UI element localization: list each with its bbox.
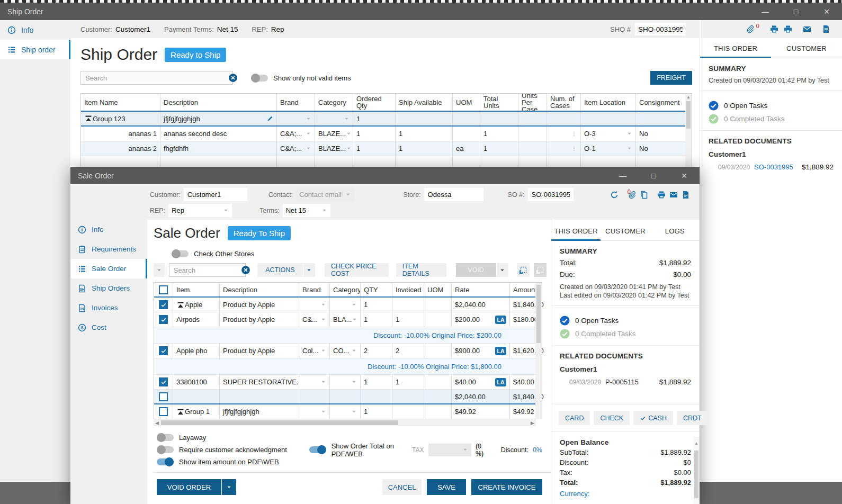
modal-minimize-icon[interactable]: — <box>607 167 638 184</box>
modal-customer-input[interactable] <box>184 188 247 201</box>
layout-icon[interactable] <box>534 263 547 277</box>
modal-sidebar-item-info[interactable]: Info <box>70 220 147 239</box>
dropdown-caret-icon[interactable] <box>320 348 326 354</box>
dropdown-caret-icon[interactable] <box>320 409 326 415</box>
modal-sidebar-item-cost[interactable]: $Cost <box>70 318 147 337</box>
actions-caret-icon[interactable] <box>303 263 315 277</box>
row-checkbox[interactable] <box>159 315 168 324</box>
email-icon[interactable] <box>803 25 811 33</box>
not-valid-items-toggle[interactable] <box>251 75 268 82</box>
maximize-icon[interactable]: □ <box>781 3 811 20</box>
row-checkbox[interactable] <box>159 346 168 355</box>
table-row[interactable]: ananas 1ananas second descC&A;...BLAZE..… <box>81 127 685 141</box>
dropdown-caret-icon[interactable] <box>320 379 326 385</box>
items-table-hscrollbar[interactable]: ◀▶ <box>154 419 536 426</box>
dropdown-caret-icon[interactable] <box>306 146 311 151</box>
attachment-icon[interactable] <box>746 25 754 33</box>
save-button[interactable]: SAVE <box>427 479 466 495</box>
dropdown-caret-icon[interactable] <box>346 146 352 151</box>
dropdown-caret-icon[interactable] <box>320 302 326 308</box>
modal-search-input[interactable] <box>169 263 246 277</box>
clear-search-icon[interactable] <box>228 73 238 83</box>
selection-icon[interactable] <box>517 263 530 277</box>
modal-store-input[interactable] <box>424 188 483 201</box>
item-row[interactable]: AppleProduct by Apple1$2,040.00$1,840.00 <box>154 298 535 312</box>
tab-this-order[interactable]: THIS ORDER <box>551 222 601 240</box>
modal-open-tasks-text[interactable]: 0 Open Tasks <box>575 317 619 325</box>
actions-button[interactable]: ACTIONS <box>257 263 303 277</box>
freight-button[interactable]: FREIGHT <box>650 71 692 85</box>
document-icon[interactable] <box>822 25 830 33</box>
tab-this-order[interactable]: THIS ORDER <box>700 39 771 58</box>
sidebar-item-info[interactable]: Info <box>0 20 70 40</box>
modal-related-doc-number[interactable]: P-0005115 <box>605 378 639 386</box>
modal-panel-scrollbar[interactable]: ▲ <box>693 437 700 504</box>
dropdown-caret-icon[interactable] <box>320 317 326 322</box>
modal-contact-select[interactable]: Contact email <box>296 188 354 201</box>
modal-close-icon[interactable]: ✕ <box>669 167 700 184</box>
modal-terms-select[interactable]: Net 15 <box>283 204 330 217</box>
dropdown-caret-icon[interactable] <box>351 348 357 354</box>
modal-sidebar-item-sale-order[interactable]: Sale Order <box>70 259 147 278</box>
modal-so-input[interactable] <box>528 188 574 201</box>
table-scrollbar[interactable]: ▲ <box>685 94 692 171</box>
row-checkbox[interactable] <box>159 300 168 309</box>
payment-button-cash[interactable]: CASH <box>633 411 673 425</box>
modal-completed-tasks-text[interactable]: 0 Completed Tasks <box>575 330 636 338</box>
item-row[interactable]: Apple phoProduct by AppleCol...CO...22$9… <box>154 344 535 358</box>
close-icon[interactable]: ✕ <box>811 3 842 20</box>
dropdown-caret-icon[interactable] <box>626 146 632 151</box>
layaway-toggle[interactable] <box>157 434 174 441</box>
modal-sidebar-item-ship-orders[interactable]: SHShip Orders <box>70 278 147 298</box>
dropdown-caret-icon[interactable] <box>306 116 311 122</box>
void-button[interactable]: VOID <box>456 263 496 277</box>
sidebar-item-ship-order[interactable]: Ship order <box>0 40 70 59</box>
dropdown-caret-icon[interactable] <box>351 379 357 385</box>
modal-clear-search-icon[interactable] <box>241 265 250 275</box>
collapse-all-icon[interactable] <box>154 263 165 277</box>
row-checkbox[interactable] <box>159 392 168 401</box>
tab-customer[interactable]: CUSTOMER <box>771 39 842 58</box>
refresh-icon[interactable] <box>610 191 619 199</box>
payment-button-check[interactable]: CHECK <box>594 411 630 425</box>
void-order-caret-icon[interactable] <box>221 479 236 495</box>
void-order-button[interactable]: VOID ORDER <box>157 479 221 495</box>
show-order-total-toggle[interactable] <box>309 446 326 453</box>
item-row[interactable]: $2,040.00$1,840.00 <box>154 390 535 404</box>
sho-number-input[interactable] <box>635 23 686 35</box>
item-row[interactable]: 33808100SUPER RESTORATIVE...11$40.00LA$4… <box>154 375 535 390</box>
dropdown-caret-icon[interactable] <box>351 302 357 308</box>
item-row[interactable]: Group 1jfjfgjfgjghjgh1$49.92$49.92 <box>154 404 535 419</box>
print-icon[interactable] <box>784 25 792 33</box>
currency-link[interactable]: Currency: <box>560 490 691 498</box>
modal-sidebar-item-invoices[interactable]: INInvoices <box>70 298 147 318</box>
void-caret-icon[interactable] <box>497 263 508 277</box>
discount-value[interactable]: 0% <box>533 446 542 454</box>
minimize-icon[interactable]: — <box>750 3 781 20</box>
modal-maximize-icon[interactable]: □ <box>638 167 669 184</box>
tax-select[interactable] <box>428 444 471 456</box>
item-row[interactable]: AirpodsProduct by AppleC&...BLA...11$200… <box>154 312 535 327</box>
dropdown-caret-icon[interactable] <box>306 131 311 137</box>
items-table-scrollbar[interactable] <box>535 283 542 419</box>
dropdown-caret-icon[interactable] <box>626 131 632 137</box>
show-item-amount-toggle[interactable] <box>157 458 174 465</box>
completed-tasks-text[interactable]: 0 Completed Tasks <box>724 115 785 123</box>
row-checkbox[interactable] <box>159 377 168 386</box>
require-acknowledgment-toggle[interactable] <box>157 446 174 453</box>
copy-icon[interactable] <box>640 191 648 199</box>
cancel-button[interactable]: CANCEL <box>382 479 422 495</box>
create-invoice-button[interactable]: CREATE INVOICE <box>471 479 542 495</box>
dropdown-caret-icon[interactable] <box>352 317 357 322</box>
row-checkbox[interactable] <box>159 407 168 416</box>
tab-logs[interactable]: LOGS <box>650 222 700 240</box>
dropdown-caret-icon[interactable] <box>346 131 352 137</box>
dropdown-caret-icon[interactable] <box>351 409 357 415</box>
select-all-checkbox[interactable] <box>159 285 168 294</box>
item-details-button[interactable]: ITEM DETAILS <box>396 263 446 277</box>
search-input[interactable] <box>80 71 233 85</box>
modal-document-icon[interactable] <box>682 191 690 199</box>
dropdown-caret-icon[interactable] <box>344 116 350 122</box>
modal-rep-select[interactable]: Rep <box>168 204 232 217</box>
tab-customer[interactable]: CUSTOMER <box>601 222 650 240</box>
